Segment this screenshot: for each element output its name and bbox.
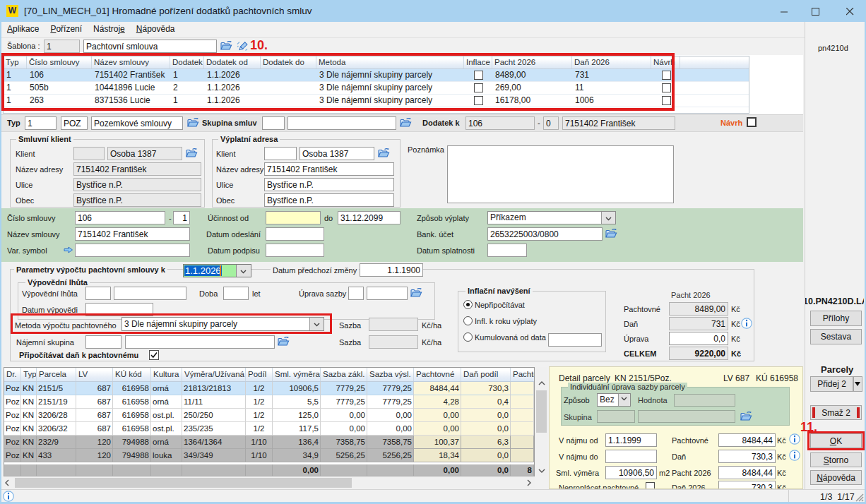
cislo-poradi-input[interactable] — [173, 211, 190, 224]
bank-ucet-input[interactable] — [487, 227, 603, 241]
skupina-name-input[interactable] — [287, 116, 396, 130]
parametry-k-datum-combo[interactable]: 1.1.2026 — [183, 264, 251, 277]
va-ulice-input[interactable] — [264, 178, 394, 191]
hscroll-thumb[interactable] — [15, 478, 352, 488]
skupina-folder-icon[interactable] — [740, 411, 752, 421]
va-klient-folder-icon[interactable] — [378, 148, 390, 158]
scroll-left-icon[interactable] — [1, 477, 13, 488]
skupina-folder-icon[interactable] — [400, 117, 412, 128]
storno-button[interactable]: Storno — [810, 452, 862, 467]
skupina-code-input[interactable] — [262, 116, 285, 130]
parcels-col-header[interactable]: Sml. výměra — [273, 368, 321, 381]
typ-folder-icon[interactable] — [187, 117, 199, 128]
parcels-col-header[interactable]: Kultura — [151, 368, 182, 381]
uprava-sazby-code-input[interactable] — [348, 287, 364, 300]
ucinnost-do-input[interactable] — [338, 211, 401, 224]
inflace-radio[interactable] — [463, 316, 473, 325]
contracts-col-header[interactable] — [680, 56, 749, 68]
datum-podpisu-input[interactable] — [266, 244, 324, 257]
parcels-row[interactable]: PozKN2151/19687616958orná11/111/25,57779… — [4, 395, 534, 409]
cislo-smlouvy-input[interactable] — [75, 211, 165, 224]
zpusob-vyplaty-select[interactable]: Příkazem — [487, 211, 616, 224]
najemni-skupina-folder-icon[interactable] — [278, 336, 290, 347]
parcels-col-header[interactable]: Daň podíl — [461, 368, 511, 381]
parcels-col-header[interactable]: Pachtovné — [414, 368, 461, 381]
kumulovana-datum-input[interactable] — [548, 333, 602, 347]
scroll-down-icon[interactable] — [535, 464, 547, 476]
doba-input[interactable] — [223, 287, 249, 300]
parcels-table[interactable]: Dr.TypParcelaLVKÚ kódKulturaVýměra/Užíva… — [4, 367, 535, 476]
parcels-col-header[interactable]: Dr. — [4, 368, 21, 381]
neproplacet-checkbox[interactable] — [646, 482, 655, 489]
uprava-sazby-folder-icon[interactable] — [410, 287, 422, 298]
pridej-dropdown-button[interactable] — [853, 376, 862, 392]
close-button[interactable] — [834, 0, 866, 22]
resize-grip-icon[interactable] — [855, 493, 864, 502]
menu-nastroje[interactable]: Nástroje — [88, 22, 131, 37]
najemni-skupina-name-input[interactable] — [125, 335, 275, 349]
datum-splatnosti-input[interactable] — [487, 244, 527, 257]
prilohy-button[interactable]: Přílohy — [810, 311, 862, 326]
parcels-row[interactable]: PozKN3206/32687616958ost.pl.235/2351/211… — [4, 422, 534, 436]
sk-klient-folder-icon[interactable] — [186, 148, 198, 158]
vypovedni-lhuta-code-input[interactable] — [85, 287, 111, 300]
status-info-icon[interactable] — [3, 491, 14, 502]
var-symbol-arrow-icon[interactable] — [64, 246, 73, 254]
parcels-row[interactable]: PozKN433120794988louka349/3491/1034,9525… — [4, 449, 534, 462]
template-name-input[interactable] — [83, 40, 217, 53]
pacht-row-input[interactable] — [669, 332, 728, 345]
zpusob-vyplaty-dropdown-icon[interactable] — [601, 212, 615, 224]
typ-short-input[interactable] — [61, 116, 88, 130]
va-nazev-input[interactable] — [264, 162, 394, 176]
scroll-right-icon[interactable] — [523, 477, 535, 488]
menu-napoveda[interactable]: Nápověda — [131, 22, 181, 37]
pridej-button[interactable]: Přidej 2 — [810, 376, 853, 392]
scroll-up-icon[interactable] — [535, 377, 547, 389]
parcels-hscrollbar[interactable] — [1, 477, 535, 488]
parcels-col-header[interactable]: KÚ kód — [113, 368, 151, 381]
bank-ucet-folder-icon[interactable] — [605, 228, 617, 239]
parcels-col-header[interactable]: Sazba zákl. — [321, 368, 367, 381]
vscroll-thumb[interactable] — [536, 390, 547, 433]
parametry-k-datum-dropdown-icon[interactable] — [236, 265, 251, 277]
typ-code-input[interactable] — [25, 116, 57, 130]
smaz-button[interactable]: Smaž 2 — [810, 405, 862, 420]
open-template-folder-icon[interactable] — [220, 40, 232, 51]
parcels-col-header[interactable]: Typ — [21, 368, 37, 381]
parcels-row[interactable]: PozKN3206/28687616958ost.pl.250/2501/212… — [4, 409, 534, 422]
uprava-sazby-name-input[interactable] — [367, 287, 408, 300]
navrh-checkbox[interactable] — [747, 117, 757, 127]
parcels-col-header[interactable]: Výměra/Užívaná — [182, 368, 246, 381]
nazev-smlouvy-input[interactable] — [75, 227, 190, 241]
sestava-button[interactable]: Sestava — [810, 329, 862, 344]
parcels-row[interactable]: PozKN232/9120794988orná1364/13641/10136,… — [4, 436, 534, 449]
pachtovne-info-icon[interactable] — [789, 433, 800, 445]
menu-aplikace[interactable]: Aplikace — [1, 22, 45, 37]
parcels-col-header[interactable]: Sazba výsl. — [367, 368, 414, 381]
parcels-row[interactable]: PozKN2151/5687616958orná21813/218131/210… — [4, 382, 534, 395]
pripocitavat-dan-checkbox[interactable] — [149, 350, 159, 360]
napoveda-button[interactable]: Nápověda — [810, 470, 862, 485]
va-klient-name-input[interactable] — [299, 147, 374, 160]
typ-name-input[interactable] — [91, 116, 183, 130]
minimize-button[interactable] — [769, 0, 800, 22]
edit-template-icon[interactable] — [237, 41, 248, 52]
inflace-radio[interactable] — [463, 300, 473, 309]
parcels-vscrollbar[interactable] — [535, 367, 547, 476]
ucinnost-od-input[interactable] — [266, 211, 321, 224]
parcels-col-header[interactable]: LV — [76, 368, 113, 381]
dan-info-icon[interactable] — [789, 450, 800, 461]
template-number-input[interactable] — [44, 40, 80, 53]
va-obec-input[interactable] — [264, 193, 394, 207]
parcels-col-header[interactable]: Parcela — [37, 368, 76, 381]
najem-do-input[interactable] — [605, 450, 657, 463]
parcels-col-header[interactable]: Pachto — [511, 368, 534, 381]
dan-info-icon[interactable] — [741, 318, 752, 329]
inflace-radio[interactable] — [463, 332, 473, 342]
maximize-button[interactable] — [800, 0, 831, 22]
najem-od-input[interactable] — [605, 433, 657, 447]
ok-button[interactable]: OK — [810, 433, 862, 448]
zpusob-dropdown-icon[interactable] — [618, 394, 630, 406]
parcels-col-header[interactable]: Podíl — [246, 368, 273, 381]
va-klient-code-input[interactable] — [264, 147, 297, 160]
